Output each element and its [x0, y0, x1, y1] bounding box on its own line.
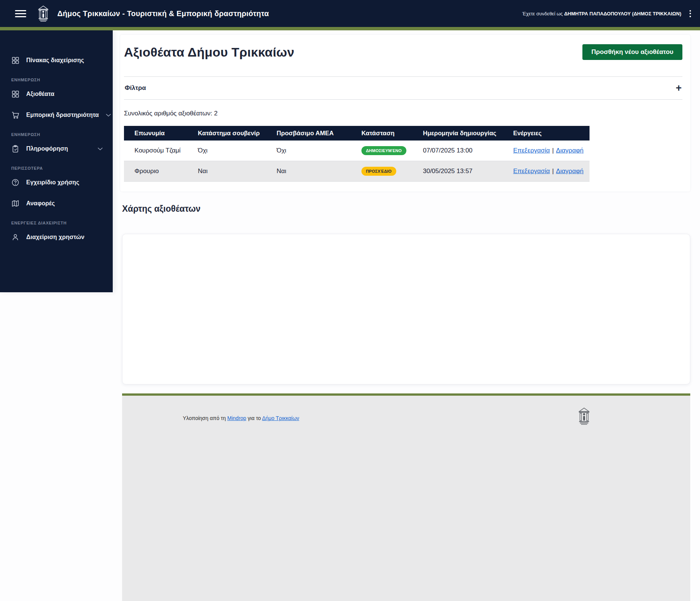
delete-link[interactable]: Διαγραφή [556, 167, 584, 175]
map-icon [11, 199, 19, 208]
sidebar-section-admin-actions: ΕΝΕΡΓΕΙΕΣ ΔΙΑΧΕΙΡΙΣΤΗ [0, 221, 113, 225]
signed-in-text: Έχετε συνδεθεί ως ΔΗΜΗΤΡΑ ΠΑΠΑΔΟΠΟΥΛΟΥ (… [522, 11, 681, 16]
cell-souvenir: Ναι [187, 161, 266, 182]
municipality-link[interactable]: Δήμο Τρικκαίων [262, 415, 299, 421]
sidebar-item-label: Εμπορική δραστηριότητα [26, 112, 99, 118]
sidebar-item-commercial-activity[interactable]: Εμπορική δραστηριότητα [0, 105, 113, 126]
user-icon [11, 233, 19, 241]
column-header-status: Κατάσταση [351, 126, 412, 141]
sidebar-section-update-1: ΕΝΗΜΕΡΩΣΗ [0, 78, 113, 82]
total-count-text: Συνολικός αριθμός αξιοθέατων: 2 [124, 110, 682, 117]
accent-bar [0, 27, 700, 30]
cell-souvenir: Όχι [187, 141, 266, 161]
sidebar-section-update-2: ΕΝΗΜΕΡΩΣΗ [0, 132, 113, 137]
help-icon [11, 178, 19, 187]
cell-actions: Επεξεργασία|Διαγραφή [503, 161, 590, 182]
signed-in-prefix: Έχετε συνδεθεί ως [522, 11, 563, 16]
cell-created: 07/07/2025 13:00 [412, 141, 503, 161]
clipboard-icon [11, 145, 19, 153]
status-badge-published: ΔΗΜΟΣΙΕΥΜΈΝΟ [361, 146, 406, 155]
mindrop-link[interactable]: Mindrop [227, 415, 246, 421]
sidebar-item-dashboard[interactable]: Πίνακας διαχείρισης [0, 50, 113, 71]
column-header-accessible: Προσβάσιμο ΑΜΕΑ [266, 126, 351, 141]
add-attraction-button[interactable]: Προσθήκη νέου αξιοθέατου [582, 44, 682, 60]
municipality-logo-icon [37, 5, 49, 22]
signed-in-user: ΔΗΜΗΤΡΑ ΠΑΠΑΔΟΠΟΥΛΟΥ (ΔΗΜΟΣ ΤΡΙΚΚΑΙΩΝ) [564, 11, 681, 16]
attractions-card: Αξιοθέατα Δήμου Τρικκαίων Προσθήκη νέου … [120, 35, 690, 191]
footer-credit: Υλοποίηση από τη Mindrop για το Δήμο Τρι… [183, 415, 299, 421]
header-right: Έχετε συνδεθεί ως ΔΗΜΗΤΡΑ ΠΑΠΑΔΟΠΟΥΛΟΥ (… [522, 8, 693, 19]
action-separator: | [552, 147, 554, 154]
delete-link[interactable]: Διαγραφή [556, 147, 584, 154]
expand-filters-icon[interactable]: + [676, 84, 682, 92]
cell-created: 30/05/2025 13:57 [412, 161, 503, 182]
chevron-down-icon [106, 114, 111, 117]
main-content: Αξιοθέατα Δήμου Τρικκαίων Προσθήκη νέου … [113, 30, 700, 384]
chevron-down-icon [97, 147, 103, 151]
attractions-table: Επωνυμία Κατάστημα σουβενίρ Προσβάσιμο Α… [124, 126, 590, 182]
action-separator: | [552, 167, 554, 175]
map-section-title: Χάρτης αξιοθέατων [122, 204, 700, 214]
sidebar-item-label: Αξιοθέατα [26, 91, 54, 97]
edit-link[interactable]: Επεξεργασία [513, 147, 550, 154]
page-title: Αξιοθέατα Δήμου Τρικκαίων [124, 45, 294, 60]
more-options-icon[interactable] [687, 8, 693, 19]
dashboard-grid-icon [11, 56, 19, 64]
cart-icon [11, 111, 19, 119]
sidebar-section-more: ΠΕΡΙΣΣΟΤΕΡΑ [0, 166, 113, 170]
sidebar-item-user-manual[interactable]: Εγχειρίδιο χρήσης [0, 172, 113, 193]
sidebar-item-label: Αναφορές [26, 200, 55, 207]
sidebar-item-label: Διαχείριση χρηστών [26, 234, 84, 241]
sidebar-item-label: Πίνακας διαχείρισης [26, 57, 84, 64]
table-row: Κουρσούμ Τζαμί Όχι Όχι ΔΗΜΟΣΙΕΥΜΈΝΟ 07/0… [124, 141, 590, 161]
grid-icon [11, 90, 19, 98]
page-footer: Υλοποίηση από τη Mindrop για το Δήμο Τρι… [122, 393, 690, 601]
sidebar-item-user-management[interactable]: Διαχείριση χρηστών [0, 227, 113, 248]
page-head: Αξιοθέατα Δήμου Τρικκαίων Προσθήκη νέου … [124, 44, 682, 60]
cell-actions: Επεξεργασία|Διαγραφή [503, 141, 590, 161]
cell-accessible: Ναι [266, 161, 351, 182]
footer-credit-middle: για το [248, 415, 261, 421]
municipality-logo-footer [578, 407, 590, 427]
app-header: Δήμος Τρικκαίων - Τουριστική & Εμπορική … [0, 0, 700, 27]
cell-accessible: Όχι [266, 141, 351, 161]
column-header-created: Ημερομηνία δημιουργίας [412, 126, 503, 141]
table-row: Φρουριο Ναι Ναι ΠΡΟΣΧΈΔΙΟ 30/05/2025 13:… [124, 161, 590, 182]
table-header-row: Επωνυμία Κατάστημα σουβενίρ Προσβάσιμο Α… [124, 126, 590, 141]
sidebar-item-label: Πληροφόρηση [26, 145, 68, 152]
filters-toggle-bar[interactable]: Φίλτρα + [124, 76, 682, 100]
sidebar-item-label: Εγχειρίδιο χρήσης [26, 179, 79, 186]
status-badge-draft: ΠΡΟΣΧΈΔΙΟ [361, 167, 396, 176]
filters-label: Φίλτρα [125, 84, 146, 92]
app-title: Δήμος Τρικκαίων - Τουριστική & Εμπορική … [57, 9, 269, 18]
sidebar: Πίνακας διαχείρισης ΕΝΗΜΕΡΩΣΗ Αξιοθέατα … [0, 30, 113, 292]
cell-status: ΔΗΜΟΣΙΕΥΜΈΝΟ [351, 141, 412, 161]
cell-name: Φρουριο [124, 161, 187, 182]
attractions-map[interactable] [122, 234, 690, 384]
sidebar-item-reports[interactable]: Αναφορές [0, 193, 113, 214]
column-header-actions: Ενέργειες [503, 126, 590, 141]
menu-toggle-button[interactable] [15, 10, 26, 17]
footer-credit-prefix: Υλοποίηση από τη [183, 415, 226, 421]
cell-name: Κουρσούμ Τζαμί [124, 141, 187, 161]
column-header-souvenir: Κατάστημα σουβενίρ [187, 126, 266, 141]
column-header-name: Επωνυμία [124, 126, 187, 141]
edit-link[interactable]: Επεξεργασία [513, 167, 550, 175]
sidebar-item-attractions[interactable]: Αξιοθέατα [0, 84, 113, 105]
sidebar-item-information[interactable]: Πληροφόρηση [0, 138, 113, 159]
cell-status: ΠΡΟΣΧΈΔΙΟ [351, 161, 412, 182]
